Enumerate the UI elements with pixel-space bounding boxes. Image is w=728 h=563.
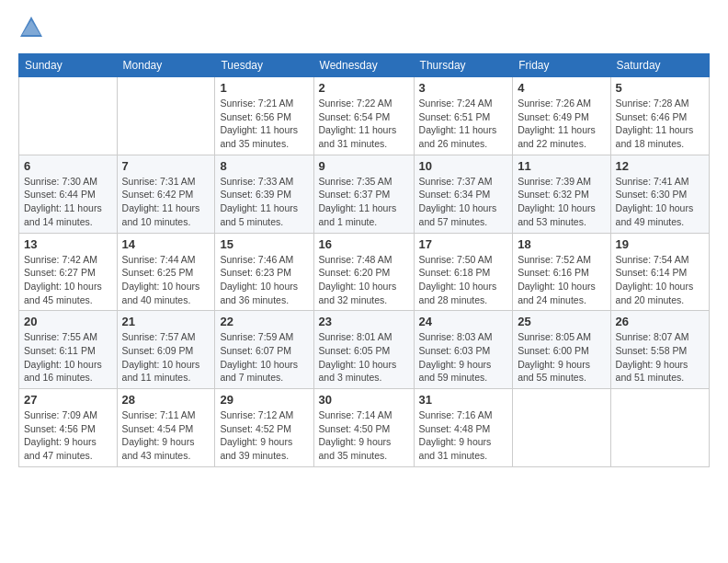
day-cell: 27Sunrise: 7:09 AM Sunset: 4:56 PM Dayli…	[19, 389, 118, 467]
day-cell: 19Sunrise: 7:54 AM Sunset: 6:14 PM Dayli…	[610, 233, 709, 311]
day-info: Sunrise: 7:12 AM Sunset: 4:52 PM Dayligh…	[220, 408, 308, 463]
calendar-table: SundayMondayTuesdayWednesdayThursdayFrid…	[18, 53, 710, 467]
day-number: 12	[616, 159, 704, 173]
day-number: 29	[220, 393, 308, 407]
day-cell: 29Sunrise: 7:12 AM Sunset: 4:52 PM Dayli…	[215, 389, 313, 467]
day-header-wednesday: Wednesday	[313, 54, 414, 77]
day-cell	[19, 77, 118, 155]
day-number: 22	[220, 315, 308, 328]
day-cell	[117, 77, 215, 155]
day-info: Sunrise: 7:48 AM Sunset: 6:20 PM Dayligh…	[319, 253, 409, 307]
day-cell: 18Sunrise: 7:52 AM Sunset: 6:16 PM Dayli…	[513, 233, 610, 311]
day-info: Sunrise: 7:31 AM Sunset: 6:42 PM Dayligh…	[122, 175, 210, 229]
day-info: Sunrise: 7:21 AM Sunset: 6:56 PM Dayligh…	[220, 97, 308, 151]
day-info: Sunrise: 7:41 AM Sunset: 6:30 PM Dayligh…	[616, 175, 704, 229]
week-row-1: 1Sunrise: 7:21 AM Sunset: 6:56 PM Daylig…	[19, 77, 710, 155]
page: SundayMondayTuesdayWednesdayThursdayFrid…	[0, 0, 728, 563]
week-row-4: 20Sunrise: 7:55 AM Sunset: 6:11 PM Dayli…	[19, 311, 710, 389]
day-info: Sunrise: 7:54 AM Sunset: 6:14 PM Dayligh…	[616, 253, 704, 307]
header	[18, 15, 710, 40]
day-number: 30	[319, 393, 409, 407]
svg-marker-1	[22, 20, 40, 35]
day-number: 24	[419, 315, 508, 328]
header-row: SundayMondayTuesdayWednesdayThursdayFrid…	[19, 54, 710, 77]
week-row-2: 6Sunrise: 7:30 AM Sunset: 6:44 PM Daylig…	[19, 155, 710, 233]
day-info: Sunrise: 7:09 AM Sunset: 4:56 PM Dayligh…	[24, 408, 112, 463]
day-cell: 2Sunrise: 7:22 AM Sunset: 6:54 PM Daylig…	[313, 77, 414, 155]
day-info: Sunrise: 7:44 AM Sunset: 6:25 PM Dayligh…	[122, 253, 210, 307]
day-header-thursday: Thursday	[414, 54, 513, 77]
day-cell: 20Sunrise: 7:55 AM Sunset: 6:11 PM Dayli…	[19, 311, 118, 389]
day-header-tuesday: Tuesday	[215, 54, 313, 77]
logo-icon	[18, 15, 44, 40]
day-cell: 26Sunrise: 8:07 AM Sunset: 5:58 PM Dayli…	[610, 311, 709, 389]
day-number: 21	[122, 315, 210, 328]
day-info: Sunrise: 7:33 AM Sunset: 6:39 PM Dayligh…	[220, 175, 308, 229]
day-cell: 4Sunrise: 7:26 AM Sunset: 6:49 PM Daylig…	[513, 77, 610, 155]
day-cell: 13Sunrise: 7:42 AM Sunset: 6:27 PM Dayli…	[19, 233, 118, 311]
day-cell: 6Sunrise: 7:30 AM Sunset: 6:44 PM Daylig…	[19, 155, 118, 233]
day-number: 13	[24, 237, 112, 251]
day-number: 28	[122, 393, 210, 407]
day-info: Sunrise: 7:57 AM Sunset: 6:09 PM Dayligh…	[122, 330, 210, 385]
day-info: Sunrise: 7:24 AM Sunset: 6:51 PM Dayligh…	[419, 97, 508, 151]
day-number: 4	[518, 81, 605, 95]
day-number: 20	[24, 315, 112, 328]
day-info: Sunrise: 8:05 AM Sunset: 6:00 PM Dayligh…	[518, 330, 605, 385]
day-info: Sunrise: 7:26 AM Sunset: 6:49 PM Dayligh…	[518, 97, 605, 151]
day-info: Sunrise: 7:30 AM Sunset: 6:44 PM Dayligh…	[24, 175, 112, 229]
day-cell: 28Sunrise: 7:11 AM Sunset: 4:54 PM Dayli…	[117, 389, 215, 467]
day-info: Sunrise: 7:42 AM Sunset: 6:27 PM Dayligh…	[24, 253, 112, 307]
day-cell: 31Sunrise: 7:16 AM Sunset: 4:48 PM Dayli…	[414, 389, 513, 467]
day-cell: 10Sunrise: 7:37 AM Sunset: 6:34 PM Dayli…	[414, 155, 513, 233]
day-number: 16	[319, 237, 409, 251]
day-info: Sunrise: 8:01 AM Sunset: 6:05 PM Dayligh…	[319, 330, 409, 385]
day-number: 15	[220, 237, 308, 251]
day-info: Sunrise: 7:50 AM Sunset: 6:18 PM Dayligh…	[419, 253, 508, 307]
day-cell: 25Sunrise: 8:05 AM Sunset: 6:00 PM Dayli…	[513, 311, 610, 389]
day-number: 26	[616, 315, 704, 328]
week-row-5: 27Sunrise: 7:09 AM Sunset: 4:56 PM Dayli…	[19, 389, 710, 467]
day-number: 6	[24, 159, 112, 173]
day-cell: 11Sunrise: 7:39 AM Sunset: 6:32 PM Dayli…	[513, 155, 610, 233]
day-cell: 21Sunrise: 7:57 AM Sunset: 6:09 PM Dayli…	[117, 311, 215, 389]
day-cell: 3Sunrise: 7:24 AM Sunset: 6:51 PM Daylig…	[414, 77, 513, 155]
logo	[18, 15, 48, 40]
day-cell: 9Sunrise: 7:35 AM Sunset: 6:37 PM Daylig…	[313, 155, 414, 233]
day-number: 11	[518, 159, 605, 173]
day-number: 10	[419, 159, 508, 173]
day-info: Sunrise: 7:46 AM Sunset: 6:23 PM Dayligh…	[220, 253, 308, 307]
day-cell: 8Sunrise: 7:33 AM Sunset: 6:39 PM Daylig…	[215, 155, 313, 233]
day-number: 3	[419, 81, 508, 95]
day-info: Sunrise: 7:55 AM Sunset: 6:11 PM Dayligh…	[24, 330, 112, 385]
day-info: Sunrise: 7:59 AM Sunset: 6:07 PM Dayligh…	[220, 330, 308, 385]
day-header-monday: Monday	[117, 54, 215, 77]
day-number: 31	[419, 393, 508, 407]
day-cell: 12Sunrise: 7:41 AM Sunset: 6:30 PM Dayli…	[610, 155, 709, 233]
day-number: 18	[518, 237, 605, 251]
day-info: Sunrise: 8:07 AM Sunset: 5:58 PM Dayligh…	[616, 330, 704, 385]
day-info: Sunrise: 8:03 AM Sunset: 6:03 PM Dayligh…	[419, 330, 508, 385]
day-cell	[513, 389, 610, 467]
day-number: 25	[518, 315, 605, 328]
day-cell: 16Sunrise: 7:48 AM Sunset: 6:20 PM Dayli…	[313, 233, 414, 311]
day-number: 23	[319, 315, 409, 328]
day-cell: 23Sunrise: 8:01 AM Sunset: 6:05 PM Dayli…	[313, 311, 414, 389]
day-number: 27	[24, 393, 112, 407]
day-cell: 7Sunrise: 7:31 AM Sunset: 6:42 PM Daylig…	[117, 155, 215, 233]
day-number: 1	[220, 81, 308, 95]
day-info: Sunrise: 7:16 AM Sunset: 4:48 PM Dayligh…	[419, 408, 508, 463]
day-number: 5	[616, 81, 704, 95]
week-row-3: 13Sunrise: 7:42 AM Sunset: 6:27 PM Dayli…	[19, 233, 710, 311]
day-header-saturday: Saturday	[610, 54, 709, 77]
day-info: Sunrise: 7:39 AM Sunset: 6:32 PM Dayligh…	[518, 175, 605, 229]
day-cell: 22Sunrise: 7:59 AM Sunset: 6:07 PM Dayli…	[215, 311, 313, 389]
day-cell: 1Sunrise: 7:21 AM Sunset: 6:56 PM Daylig…	[215, 77, 313, 155]
day-info: Sunrise: 7:37 AM Sunset: 6:34 PM Dayligh…	[419, 175, 508, 229]
day-number: 7	[122, 159, 210, 173]
day-cell: 5Sunrise: 7:28 AM Sunset: 6:46 PM Daylig…	[610, 77, 709, 155]
day-number: 9	[319, 159, 409, 173]
day-number: 8	[220, 159, 308, 173]
day-header-sunday: Sunday	[19, 54, 118, 77]
day-cell	[610, 389, 709, 467]
